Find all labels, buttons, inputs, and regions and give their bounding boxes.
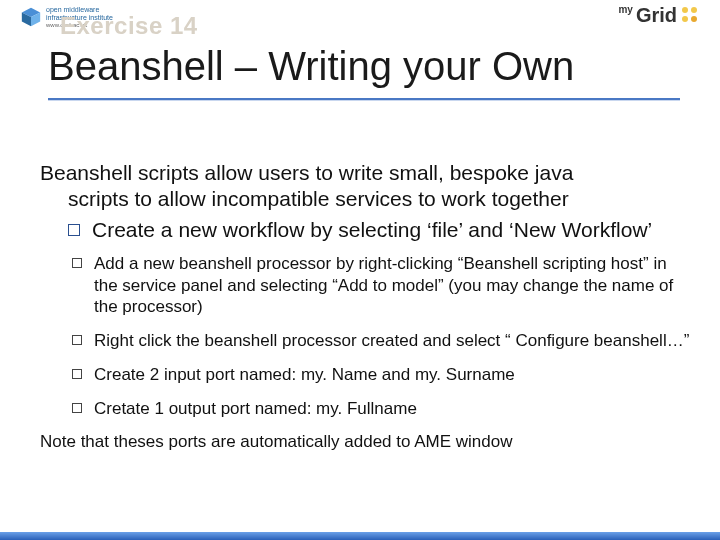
title-underline <box>48 98 680 100</box>
page-title: Beanshell – Writing your Own <box>48 44 574 89</box>
content-area: Beanshell scripts allow users to write s… <box>40 160 690 453</box>
header-area: open middleware infrastructure institute… <box>0 0 720 108</box>
note-text: Note that theses ports are automatically… <box>40 431 690 453</box>
svg-point-6 <box>691 16 697 22</box>
list-item: Create a new workflow by selecting ‘file… <box>68 217 690 243</box>
secondary-bullet-list: Add a new beanshell processor by right-c… <box>40 253 690 420</box>
mygrid-grid: Grid <box>636 4 677 27</box>
svg-point-5 <box>682 16 688 22</box>
list-item: Add a new beanshell processor by right-c… <box>72 253 690 318</box>
mygrid-my: my <box>618 4 632 15</box>
exercise-label: Exercise 14 <box>60 12 198 40</box>
lead-line1: Beanshell scripts allow users to write s… <box>40 161 573 184</box>
lead-line2: scripts to allow incompatible services t… <box>40 186 690 212</box>
svg-point-3 <box>682 7 688 13</box>
cube-icon <box>20 6 42 28</box>
lead-paragraph: Beanshell scripts allow users to write s… <box>40 160 690 211</box>
list-item: Create 2 input port named: my. Name and … <box>72 364 690 386</box>
grid-dots-icon <box>680 5 702 27</box>
mygrid-logo: my Grid <box>618 4 702 27</box>
primary-bullet-list: Create a new workflow by selecting ‘file… <box>40 217 690 243</box>
slide: open middleware infrastructure institute… <box>0 0 720 540</box>
list-item: Right click the beanshell processor crea… <box>72 330 690 352</box>
svg-point-4 <box>691 7 697 13</box>
list-item: Cretate 1 output port named: my. Fullnam… <box>72 398 690 420</box>
footer-bar <box>0 532 720 540</box>
